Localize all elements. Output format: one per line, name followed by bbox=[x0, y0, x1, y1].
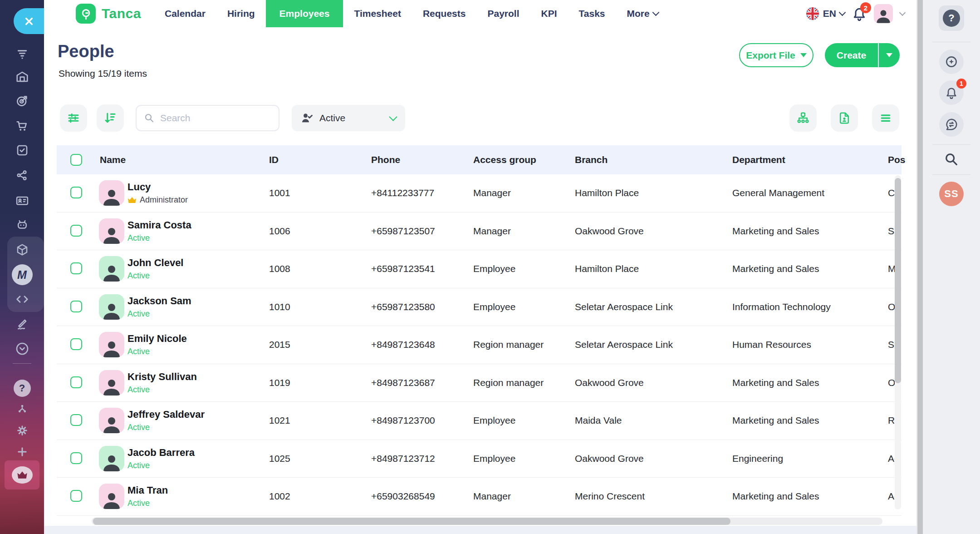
nav-item-hiring[interactable]: Hiring bbox=[216, 0, 266, 27]
column-header-id: ID bbox=[269, 154, 279, 165]
filter-settings-button[interactable] bbox=[60, 104, 87, 132]
nav-item-kpi[interactable]: KPI bbox=[530, 0, 568, 27]
help-button[interactable]: ? bbox=[923, 5, 980, 31]
target-goal-icon[interactable] bbox=[0, 94, 44, 108]
filter-menu-icon[interactable] bbox=[0, 47, 44, 60]
employee-name-block: Jacob BarreraActive bbox=[127, 447, 195, 470]
panel-search-button[interactable] bbox=[923, 152, 980, 167]
nav-item-requests[interactable]: Requests bbox=[412, 0, 477, 27]
cell-access-group: Employee bbox=[473, 415, 515, 426]
panel-notifications-button[interactable]: 1 bbox=[923, 80, 980, 105]
chevron-circle-down-icon[interactable] bbox=[0, 341, 44, 356]
row-checkbox[interactable] bbox=[70, 225, 82, 237]
gear-icon[interactable] bbox=[0, 424, 44, 437]
language-selector[interactable]: EN bbox=[806, 7, 845, 20]
row-checkbox[interactable] bbox=[70, 301, 82, 312]
code-icon[interactable] bbox=[0, 292, 44, 306]
status-label: Active bbox=[127, 423, 150, 432]
table-row[interactable]: Mia TranActive1002+65903268549ManagerMer… bbox=[57, 478, 902, 516]
table-row[interactable]: Samira CostaActive1006+65987123507Manage… bbox=[57, 213, 902, 251]
cell-id: 2015 bbox=[269, 339, 290, 350]
monday-app-icon[interactable]: M bbox=[0, 264, 44, 285]
row-checkbox[interactable] bbox=[70, 376, 82, 388]
notifications-button[interactable]: 2 bbox=[852, 6, 867, 21]
table-row[interactable]: Kristy SullivanActive1019+84987123687Reg… bbox=[57, 364, 902, 402]
table-row[interactable]: Emily NicoleActive2015+84987123648Region… bbox=[57, 326, 902, 364]
list-view-button[interactable] bbox=[872, 104, 899, 132]
row-checkbox[interactable] bbox=[70, 490, 82, 502]
org-chart-view-button[interactable] bbox=[789, 104, 817, 132]
warehouse-icon[interactable] bbox=[0, 70, 44, 84]
table-row[interactable]: Jackson SamActive1010+65987123580Employe… bbox=[57, 288, 902, 326]
premium-crown-button[interactable] bbox=[5, 460, 39, 490]
history-button[interactable] bbox=[923, 49, 980, 74]
export-file-button[interactable]: Export File bbox=[739, 43, 813, 67]
user-avatar[interactable] bbox=[874, 4, 893, 23]
row-checkbox[interactable] bbox=[70, 452, 82, 464]
account-chevron-icon[interactable] bbox=[899, 10, 906, 16]
task-check-icon[interactable] bbox=[0, 143, 44, 157]
table-row[interactable]: Jacob BarreraActive1025+84987123712Emplo… bbox=[57, 440, 902, 478]
chat-transfer-button[interactable] bbox=[923, 112, 980, 137]
employee-name: Mia Tran bbox=[127, 485, 168, 496]
status-filter-dropdown[interactable]: Active bbox=[292, 105, 405, 131]
panel-divider bbox=[932, 42, 970, 42]
close-sidebar-button[interactable] bbox=[14, 8, 44, 34]
cart-icon[interactable] bbox=[0, 119, 44, 133]
main-nav: CalendarHiringEmployeesTimesheetRequests… bbox=[154, 0, 669, 27]
items-count-label: Showing 15/19 items bbox=[59, 68, 147, 79]
cube-package-icon[interactable] bbox=[0, 243, 44, 257]
nav-item-payroll[interactable]: Payroll bbox=[476, 0, 530, 27]
nav-item-calendar[interactable]: Calendar bbox=[154, 0, 216, 27]
select-all-checkbox[interactable] bbox=[70, 154, 82, 166]
sliders-icon bbox=[67, 111, 80, 125]
table-horizontal-scrollbar-thumb[interactable] bbox=[93, 518, 730, 525]
nav-item-tasks[interactable]: Tasks bbox=[568, 0, 616, 27]
share-network-icon[interactable] bbox=[0, 168, 44, 182]
mini-network-icon[interactable] bbox=[0, 402, 44, 415]
employee-name: Kristy Sullivan bbox=[127, 371, 197, 383]
help-icon[interactable]: ? bbox=[0, 380, 44, 397]
admin-crown-icon bbox=[127, 197, 137, 204]
table-row[interactable]: Jeffrey SaldevarActive1021+84987123700Em… bbox=[57, 402, 902, 440]
sort-button[interactable] bbox=[97, 104, 124, 132]
cell-access-group: Region manager bbox=[473, 339, 544, 350]
employee-status: Active bbox=[127, 233, 191, 243]
row-checkbox[interactable] bbox=[70, 338, 82, 350]
employee-status: Active bbox=[127, 423, 205, 432]
search-input[interactable]: Search bbox=[136, 105, 279, 131]
plus-icon[interactable] bbox=[0, 445, 44, 458]
create-button[interactable]: Create bbox=[825, 43, 878, 67]
profile-avatar-button[interactable]: SS bbox=[923, 182, 980, 206]
notification-count-badge: 2 bbox=[860, 2, 871, 13]
row-checkbox[interactable] bbox=[70, 262, 82, 274]
table-vertical-scrollbar-thumb[interactable] bbox=[895, 178, 901, 383]
cell-id: 1006 bbox=[269, 226, 290, 237]
employee-name: Jacob Barrera bbox=[127, 447, 195, 459]
row-checkbox[interactable] bbox=[70, 187, 82, 198]
create-dropdown-button[interactable] bbox=[879, 43, 900, 67]
nav-item-more[interactable]: More bbox=[616, 0, 669, 27]
signature-pen-icon[interactable] bbox=[0, 317, 44, 331]
robot-icon[interactable] bbox=[0, 218, 44, 232]
profile-card-view-button[interactable] bbox=[831, 104, 858, 132]
id-card-icon[interactable] bbox=[0, 194, 44, 208]
sidebar-divider bbox=[13, 363, 31, 364]
employee-name: Samira Costa bbox=[127, 219, 191, 231]
table-row[interactable]: LucyAdministrator1001+84112233777Manager… bbox=[57, 174, 902, 213]
column-header-branch: Branch bbox=[575, 154, 608, 165]
employee-name-block: Kristy SullivanActive bbox=[127, 371, 197, 395]
cell-department: Marketing and Sales bbox=[732, 377, 819, 388]
top-navigation-bar: Tanca CalendarHiringEmployeesTimesheetRe… bbox=[44, 0, 916, 27]
table-row[interactable]: John ClevelActive1008+65987123541Employe… bbox=[57, 250, 902, 288]
nav-item-timesheet[interactable]: Timesheet bbox=[343, 0, 412, 27]
nav-item-employees[interactable]: Employees bbox=[266, 0, 343, 27]
app-logo[interactable]: Tanca bbox=[76, 4, 141, 24]
cell-id: 1001 bbox=[269, 188, 290, 198]
row-checkbox[interactable] bbox=[70, 414, 82, 426]
employee-status: Active bbox=[127, 385, 197, 395]
search-placeholder: Search bbox=[160, 113, 191, 124]
search-icon bbox=[144, 113, 155, 124]
create-split-button[interactable]: Create bbox=[825, 43, 900, 67]
window-scrollbar-thumb[interactable] bbox=[917, 0, 923, 534]
